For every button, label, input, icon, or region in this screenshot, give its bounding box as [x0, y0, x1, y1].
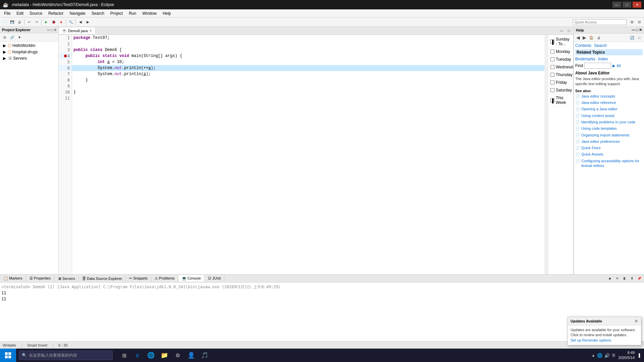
console-stop-btn[interactable]: ■ — [606, 275, 613, 282]
taskbar-app-task-view[interactable]: ⊞ — [118, 349, 130, 361]
help-maximize2-btn[interactable]: □ — [636, 34, 643, 41]
toolbar-views[interactable]: ⊟ — [636, 19, 643, 25]
help-sync-btn[interactable]: 🔄 — [629, 34, 635, 41]
taskbar-app-edge[interactable]: 🌐 — [145, 349, 157, 361]
cal-thursday-check[interactable] — [550, 73, 554, 77]
help-index-link[interactable]: Index — [598, 57, 608, 61]
taskbar-ime-icon[interactable]: 英 — [612, 353, 615, 358]
panel-maximize-btn[interactable]: □ — [51, 28, 53, 32]
cal-monday-check[interactable] — [550, 50, 554, 54]
help-link-java-editor-concepts[interactable]: Java editor concepts — [581, 94, 615, 99]
updates-reminder-link[interactable]: Set up Reminder options — [571, 338, 611, 342]
cal-tuesday-check[interactable] — [550, 57, 554, 61]
toolbar-search[interactable]: 🔍 — [67, 19, 74, 25]
tab-datasource[interactable]: 🗄 Data Source Explorer — [79, 276, 126, 282]
console-remove-btn[interactable]: ✕ — [614, 275, 621, 282]
cal-tuesday[interactable]: Tuesday — [548, 56, 573, 63]
cal-friday-check[interactable] — [550, 80, 554, 84]
code-content[interactable]: package Test07; public class Demo6 { pub… — [72, 35, 544, 274]
toolbar-back[interactable]: ◀ — [77, 19, 84, 25]
quick-access-input[interactable] — [573, 19, 627, 25]
cal-saturday-check[interactable] — [550, 88, 554, 92]
help-link-quick-assists[interactable]: Quick Assists — [581, 152, 603, 157]
tree-item-servers[interactable]: ▶ 🖥 Servers — [1, 55, 58, 61]
menu-search[interactable]: Search — [89, 10, 107, 16]
cal-monday[interactable]: Monday — [548, 48, 573, 56]
code-editor[interactable]: 1 2 3 4 5 6 7 8 9 10 11 package Test07; — [59, 35, 548, 274]
help-print-btn[interactable]: 🖨 — [595, 34, 602, 41]
taskbar-start-button[interactable] — [0, 349, 16, 362]
close-button[interactable]: ✕ — [633, 2, 641, 8]
help-home-btn[interactable]: 🏠 — [588, 34, 595, 41]
toolbar-new[interactable]: 📄 — [1, 19, 8, 25]
taskbar-search-box[interactable]: 🔍 在这里输入你要搜索的内容 — [19, 351, 113, 360]
toolbar-run[interactable]: ▶ — [43, 19, 50, 25]
tab-servers[interactable]: 🖥 Servers — [54, 276, 79, 282]
taskbar-app-avatar[interactable]: 👤 — [185, 349, 197, 361]
menu-source[interactable]: Source — [27, 10, 45, 16]
menu-refactor[interactable]: Refactor — [46, 10, 66, 16]
tree-item-helloworldm[interactable]: ▶ ⬡ HelloWorldm — [1, 42, 58, 49]
help-link-accessibility[interactable]: Configuring accessibility options for te… — [581, 159, 643, 168]
cal-wednesday[interactable]: Wednesday — [548, 63, 573, 71]
cal-saturday[interactable]: Saturday — [548, 86, 573, 94]
help-link-identifying-problems[interactable]: Identifying problems in your code — [581, 120, 635, 124]
menu-help[interactable]: Help — [160, 10, 174, 16]
help-link-java-editor-prefs[interactable]: Java editor preferences — [581, 139, 620, 144]
taskbar-caret-icon[interactable]: ▲ — [591, 353, 595, 357]
cal-thursday[interactable]: Thursday — [548, 71, 573, 79]
taskbar-network-icon[interactable]: 🌐 — [597, 353, 602, 358]
help-find-input[interactable] — [584, 63, 611, 69]
taskbar-app-settings[interactable]: ⚙ — [172, 349, 184, 361]
editor-tab-close[interactable]: ✕ — [89, 29, 92, 33]
cal-friday[interactable]: Friday — [548, 79, 573, 86]
help-link-quick-fixes[interactable]: Quick Fixes — [581, 145, 600, 150]
toolbar-debug[interactable]: 🐞 — [50, 19, 57, 25]
help-link-using-code-templates[interactable]: Using code templates — [581, 126, 617, 131]
toolbar-redo[interactable]: ↪ — [33, 19, 40, 25]
cal-sunday[interactable]: ▐ Sunday - To... — [548, 36, 573, 48]
cal-sunday-check[interactable]: ▐ — [550, 40, 554, 44]
tab-console[interactable]: 💻 Console — [178, 275, 205, 282]
toolbar-stop[interactable]: ■ — [58, 19, 64, 25]
panel-minimize-btn[interactable]: — — [47, 28, 50, 32]
maximize-button[interactable]: □ — [623, 2, 631, 8]
help-link-organizing-imports[interactable]: Organizing import statements — [581, 133, 630, 137]
find-all-btn[interactable]: All — [616, 64, 621, 68]
explorer-collapse-btn[interactable]: ⊟ — [1, 34, 8, 41]
toolbar-forward[interactable]: ▶ — [85, 19, 91, 25]
explorer-menu-btn[interactable]: ▼ — [16, 34, 23, 41]
cal-this-week[interactable]: ▐ This Week — [548, 94, 573, 107]
cal-wednesday-check[interactable] — [550, 65, 554, 69]
help-link-java-editor-reference[interactable]: Java editor reference — [581, 100, 616, 105]
panel-close-btn[interactable]: ✕ — [54, 28, 56, 32]
updates-close-btn[interactable]: ✕ — [634, 318, 638, 324]
help-link-using-content-assist[interactable]: Using content assist — [581, 113, 614, 118]
menu-project[interactable]: Project — [108, 10, 125, 16]
help-contents-link[interactable]: Contents — [575, 43, 591, 48]
editor-maximize[interactable]: □ — [566, 27, 572, 34]
taskbar-app-browser[interactable]: e — [131, 349, 144, 361]
console-pin-btn[interactable]: 📌 — [636, 275, 643, 282]
related-topics-label[interactable]: Related Topics — [575, 49, 643, 55]
toolbar-print[interactable]: 🖨 — [16, 19, 23, 25]
help-back-btn[interactable]: ◀ — [575, 35, 581, 40]
taskbar-volume-icon[interactable]: 🔊 — [604, 353, 610, 358]
tab-markers[interactable]: 📋 Markers — [0, 275, 26, 282]
help-forward-btn[interactable]: ▶ — [582, 35, 587, 40]
minimize-button[interactable]: — — [612, 2, 621, 8]
help-close-btn[interactable]: ✕ — [639, 28, 642, 32]
toolbar-save[interactable]: 💾 — [9, 19, 15, 25]
menu-navigate[interactable]: Navigate — [67, 10, 88, 16]
menu-run[interactable]: Run — [126, 10, 139, 16]
editor-minimize[interactable]: — — [558, 27, 565, 34]
editor-tab-demo6[interactable]: ☕ Demo6.java ✕ — [59, 27, 96, 34]
help-link-opening-java-editor[interactable]: Opening a Java editor — [581, 107, 618, 111]
tab-snippets[interactable]: ✂ Snippets — [126, 275, 151, 282]
editor-scrollbar[interactable] — [544, 35, 548, 274]
menu-edit[interactable]: Edit — [14, 10, 26, 16]
console-clear-btn[interactable]: 🗑 — [621, 275, 628, 282]
help-bookmarks-link[interactable]: Bookmarks — [575, 57, 595, 61]
toolbar-perspectives[interactable]: ⊞ — [629, 19, 635, 25]
taskbar-app-media[interactable]: 🎵 — [199, 349, 211, 361]
